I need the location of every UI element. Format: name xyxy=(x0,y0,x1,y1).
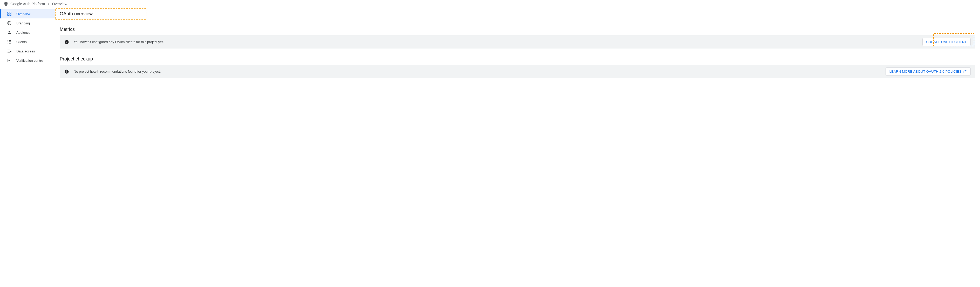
learn-more-policies-button[interactable]: LEARN MORE ABOUT OAUTH 2.0 POLICIES xyxy=(886,67,970,76)
sidebar-item-label: Verification centre xyxy=(16,59,43,63)
button-label: LEARN MORE ABOUT OAUTH 2.0 POLICIES xyxy=(889,70,962,73)
sidebar-item-branding[interactable]: Branding xyxy=(0,18,55,28)
svg-rect-21 xyxy=(8,59,11,62)
shield-icon xyxy=(4,2,8,6)
create-oauth-client-button[interactable]: CREATE OAUTH CLIENT xyxy=(923,38,970,46)
breadcrumb-separator: / xyxy=(48,2,49,6)
main-content: OAuth overview Metrics You haven't confi… xyxy=(55,8,980,120)
breadcrumb-header: Google Auth Platform / Overview xyxy=(0,0,980,8)
svg-point-7 xyxy=(9,31,10,32)
dashboard-icon xyxy=(7,11,12,16)
metrics-message: You haven't configured any OAuth clients… xyxy=(74,40,918,44)
svg-rect-1 xyxy=(10,12,11,13)
clients-icon xyxy=(7,40,12,44)
content-area: Metrics You haven't configured any OAuth… xyxy=(55,20,980,85)
audience-icon xyxy=(7,30,12,35)
metrics-heading: Metrics xyxy=(60,27,975,32)
external-link-icon xyxy=(963,70,967,73)
sidebar-item-data-access[interactable]: Data access xyxy=(0,46,55,56)
sidebar-item-label: Data access xyxy=(16,49,35,53)
svg-point-16 xyxy=(10,43,11,44)
sidebar-item-label: Clients xyxy=(16,40,27,44)
svg-point-27 xyxy=(67,70,67,71)
breadcrumb-current[interactable]: Overview xyxy=(52,2,67,6)
svg-point-24 xyxy=(67,41,67,41)
svg-rect-26 xyxy=(67,71,67,72)
svg-rect-3 xyxy=(10,14,11,16)
breadcrumb-root[interactable]: Google Auth Platform xyxy=(10,2,45,6)
info-icon xyxy=(64,69,69,74)
sidebar-item-label: Overview xyxy=(16,12,30,16)
sidebar-item-overview[interactable]: Overview xyxy=(0,9,55,18)
svg-point-15 xyxy=(9,43,10,44)
sidebar-item-label: Audience xyxy=(16,31,30,35)
svg-rect-23 xyxy=(67,41,67,43)
svg-point-14 xyxy=(8,43,8,44)
metrics-info-bar: You haven't configured any OAuth clients… xyxy=(60,35,975,49)
info-icon xyxy=(64,40,69,44)
checkup-info-bar: No project health recommendations found … xyxy=(60,65,975,78)
svg-point-13 xyxy=(10,41,11,42)
svg-point-12 xyxy=(9,41,10,42)
svg-point-9 xyxy=(9,40,10,41)
branding-icon xyxy=(7,21,12,25)
page-title-bar: OAuth overview xyxy=(55,8,980,20)
svg-rect-2 xyxy=(8,14,9,16)
sidebar: Overview Branding Audience Clients Data … xyxy=(0,8,55,120)
layout: Overview Branding Audience Clients Data … xyxy=(0,8,980,120)
sidebar-item-clients[interactable]: Clients xyxy=(0,37,55,46)
checkup-message: No project health recommendations found … xyxy=(74,70,881,73)
checkup-heading: Project checkup xyxy=(60,56,975,62)
data-access-icon xyxy=(7,49,12,54)
svg-point-4 xyxy=(8,21,11,25)
svg-point-8 xyxy=(8,40,8,41)
verification-icon xyxy=(7,58,12,63)
page-title: OAuth overview xyxy=(60,11,975,17)
sidebar-item-verification[interactable]: Verification centre xyxy=(0,56,55,65)
svg-point-10 xyxy=(10,40,11,41)
sidebar-item-label: Branding xyxy=(16,21,30,25)
sidebar-item-audience[interactable]: Audience xyxy=(0,28,55,37)
svg-rect-0 xyxy=(8,12,9,13)
svg-point-11 xyxy=(8,41,8,42)
svg-point-20 xyxy=(10,51,11,52)
